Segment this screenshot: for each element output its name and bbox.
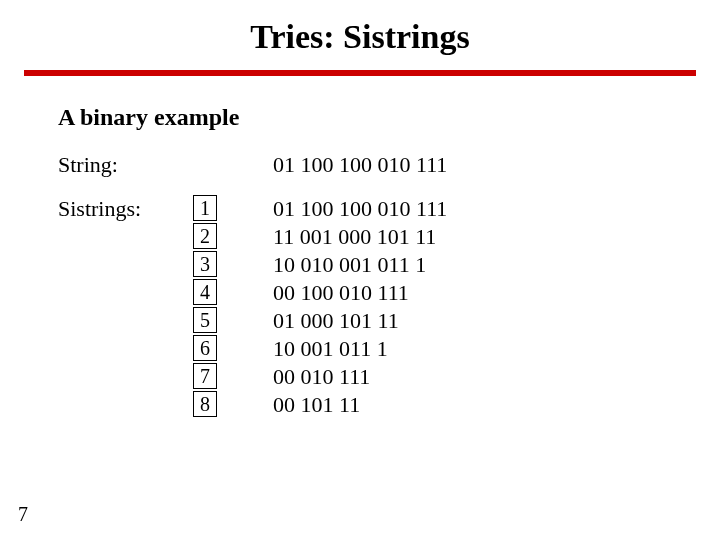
slide-title: Tries: Sistrings (0, 0, 720, 70)
slide: Tries: Sistrings A binary example String… (0, 0, 720, 540)
sistrings-value-col: 01 100 100 010 111 11 001 000 101 11 10 … (273, 195, 447, 419)
sistring-index: 5 (193, 307, 217, 333)
sistring-index: 8 (193, 391, 217, 417)
sistrings-row: Sistrings: 1 2 3 4 5 6 7 8 01 100 100 01… (58, 195, 698, 419)
sistring-index: 3 (193, 251, 217, 277)
string-value-col: 01 100 100 010 111 (273, 151, 447, 179)
sistring-value: 01 000 101 11 (273, 307, 447, 335)
string-row: String: 01 100 100 010 111 (58, 151, 698, 179)
sistring-index: 2 (193, 223, 217, 249)
sistring-value: 00 101 11 (273, 391, 447, 419)
sistring-value: 11 001 000 101 11 (273, 223, 447, 251)
sistrings-label: Sistrings: (58, 195, 193, 223)
sistring-index: 1 (193, 195, 217, 221)
sistring-value: 00 100 010 111 (273, 279, 447, 307)
sistrings-index-col: 1 2 3 4 5 6 7 8 (193, 195, 273, 419)
sistring-index: 6 (193, 335, 217, 361)
sistring-value: 10 010 001 011 1 (273, 251, 447, 279)
string-label: String: (58, 151, 193, 179)
sistring-value: 10 001 011 1 (273, 335, 447, 363)
subtitle: A binary example (58, 104, 698, 131)
string-value: 01 100 100 010 111 (273, 151, 447, 179)
sistring-index: 7 (193, 363, 217, 389)
sistring-index: 4 (193, 279, 217, 305)
sistring-value: 01 100 100 010 111 (273, 195, 447, 223)
slide-content: A binary example String: 01 100 100 010 … (0, 76, 720, 419)
page-number: 7 (18, 503, 28, 526)
sistring-value: 00 010 111 (273, 363, 447, 391)
